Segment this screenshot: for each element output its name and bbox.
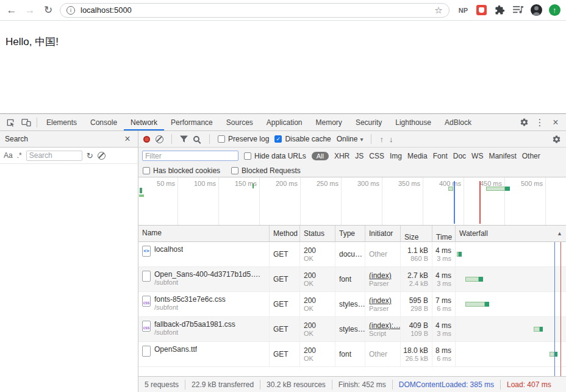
devtools-panel: Elements Console Network Performance Sou…: [0, 113, 566, 392]
tab-console[interactable]: Console: [84, 114, 124, 130]
transferred-size: 22.9 kB transferred: [185, 380, 260, 390]
blocked-options-row: Has blocked cookies Blocked Requests: [138, 164, 566, 177]
tick-label: 200 ms: [258, 180, 298, 187]
address-bar[interactable]: i localhost:5000 ☆: [60, 3, 450, 18]
page-info-icon[interactable]: i: [66, 6, 75, 15]
column-header-time[interactable]: Time: [432, 226, 456, 241]
devtools-close-icon[interactable]: ×: [548, 114, 564, 130]
waterfall-label: Waterfall: [459, 229, 488, 238]
request-row-open-sans-woff[interactable]: Open_Sans-400-4d3717b1d5…. /subfont GET …: [138, 267, 566, 292]
request-row-fonts-css[interactable]: css fonts-85c31e7e6c.css /subfont GET 20…: [138, 292, 566, 317]
refresh-search-icon[interactable]: ↻: [87, 151, 93, 160]
blocked-requests-checkbox[interactable]: Blocked Requests: [231, 166, 301, 175]
column-header-method[interactable]: Method: [270, 226, 300, 241]
tab-security[interactable]: Security: [349, 114, 389, 130]
tab-adblock[interactable]: AdBlock: [438, 114, 478, 130]
column-header-type[interactable]: Type: [335, 226, 365, 241]
request-row-localhost[interactable]: <> localhost GET 200OK docu… Other 1.1 k…: [138, 242, 566, 267]
filter-type-all[interactable]: All: [312, 152, 329, 160]
back-icon[interactable]: ←: [4, 2, 20, 18]
checkbox-unchecked-icon[interactable]: [218, 135, 225, 143]
devtools-settings-icon[interactable]: [516, 114, 532, 130]
request-initiator-link[interactable]: (index): [369, 271, 396, 280]
network-overview-timeline[interactable]: 50 ms 100 ms 150 ms 200 ms 250 ms 300 ms…: [138, 177, 566, 226]
request-size: 409 B: [409, 321, 428, 330]
clear-search-icon[interactable]: [98, 152, 106, 160]
checkbox-checked-icon[interactable]: ✓: [274, 135, 282, 143]
chrome-update-button[interactable]: ↑: [546, 2, 562, 18]
has-blocked-cookies-checkbox[interactable]: Has blocked cookies: [143, 166, 220, 175]
filter-funnel-icon[interactable]: [180, 135, 188, 143]
export-har-icon[interactable]: ↓: [389, 135, 393, 144]
request-size: 1.1 kB: [407, 246, 428, 255]
checkbox-unchecked-icon[interactable]: [231, 167, 238, 174]
record-icon[interactable]: [143, 136, 150, 143]
request-latency: 6 ms: [437, 355, 451, 362]
tab-application[interactable]: Application: [260, 114, 309, 130]
checkbox-unchecked-icon[interactable]: [143, 167, 150, 174]
tab-memory[interactable]: Memory: [309, 114, 349, 130]
extension-puzzle-icon[interactable]: [492, 2, 507, 18]
throttling-dropdown[interactable]: Online ▾: [337, 135, 364, 143]
forward-icon[interactable]: →: [22, 2, 38, 18]
filter-type-xhr[interactable]: XHR: [334, 152, 349, 160]
profile-avatar[interactable]: [528, 2, 544, 18]
import-har-icon[interactable]: ↑: [379, 135, 384, 144]
network-panel: Preserve log ✓ Disable cache Online ▾ ↑ …: [138, 131, 566, 392]
preserve-log-checkbox[interactable]: Preserve log: [218, 135, 269, 143]
filter-type-ws[interactable]: WS: [471, 152, 483, 160]
url-text[interactable]: localhost:5000: [81, 5, 429, 15]
column-header-size[interactable]: Size: [401, 226, 432, 241]
column-header-status[interactable]: Status: [300, 226, 335, 241]
checkbox-unchecked-icon[interactable]: [244, 152, 251, 160]
tab-sources[interactable]: Sources: [220, 114, 260, 130]
network-settings-icon[interactable]: [552, 135, 561, 144]
tab-lighthouse[interactable]: Lighthouse: [389, 114, 438, 130]
devtools-menu-icon[interactable]: ⋮: [532, 114, 548, 130]
filter-input[interactable]: [142, 151, 238, 161]
filter-type-other[interactable]: Other: [522, 152, 540, 160]
file-icon: [142, 271, 151, 282]
hide-data-urls-checkbox[interactable]: Hide data URLs: [244, 152, 306, 160]
column-header-waterfall[interactable]: Waterfall ▲: [456, 226, 566, 241]
regex-button[interactable]: .*: [17, 151, 22, 160]
inspect-element-icon[interactable]: [2, 114, 18, 130]
file-icon: [142, 346, 151, 357]
request-row-opensans-ttf[interactable]: OpenSans.ttf GET 200OK font Other 18.0 k…: [138, 342, 566, 367]
tab-network[interactable]: Network: [124, 114, 164, 130]
browser-toolbar: ← → ↻ i localhost:5000 ☆ NP ↑: [0, 0, 566, 21]
search-close-icon[interactable]: ×: [120, 131, 135, 147]
filter-type-js[interactable]: JS: [355, 152, 364, 160]
overview-request-mark: [139, 194, 144, 197]
waterfall-cell: [456, 292, 566, 316]
adblock-extension-icon[interactable]: [473, 2, 489, 18]
extension-playlist-icon[interactable]: [510, 2, 526, 18]
puzzle-icon: [495, 5, 505, 15]
filter-type-font[interactable]: Font: [433, 152, 448, 160]
waterfall-download-bar: [485, 302, 489, 307]
request-initiator-link[interactable]: (index):…: [369, 321, 396, 330]
reload-icon[interactable]: ↻: [40, 2, 56, 18]
filter-type-media[interactable]: Media: [407, 152, 428, 160]
request-size: 18.0 kB: [403, 346, 428, 355]
tab-performance[interactable]: Performance: [164, 114, 220, 130]
match-case-button[interactable]: Aa: [4, 151, 13, 160]
initiator-type: Parser: [369, 305, 396, 312]
device-toolbar-icon[interactable]: [18, 114, 34, 130]
extension-np-badge[interactable]: NP: [456, 7, 471, 14]
request-row-fallback-css[interactable]: css fallback-d7b5aa1981.css /subfont GET…: [138, 317, 566, 342]
bookmark-star-icon[interactable]: ☆: [434, 5, 442, 16]
column-header-name[interactable]: Name: [138, 226, 270, 241]
request-initiator-link[interactable]: (index): [369, 296, 396, 305]
column-header-initiator[interactable]: Initiator: [365, 226, 401, 241]
tab-elements[interactable]: Elements: [40, 114, 84, 130]
filter-type-manifest[interactable]: Manifest: [489, 152, 516, 160]
filter-type-doc[interactable]: Doc: [453, 152, 466, 160]
status-text: OK: [304, 305, 331, 312]
filter-type-img[interactable]: Img: [390, 152, 402, 160]
search-input[interactable]: [26, 151, 82, 161]
clear-requests-icon[interactable]: [156, 135, 163, 143]
disable-cache-checkbox[interactable]: ✓ Disable cache: [274, 135, 331, 143]
search-requests-icon[interactable]: [193, 136, 199, 142]
filter-type-css[interactable]: CSS: [369, 152, 384, 160]
